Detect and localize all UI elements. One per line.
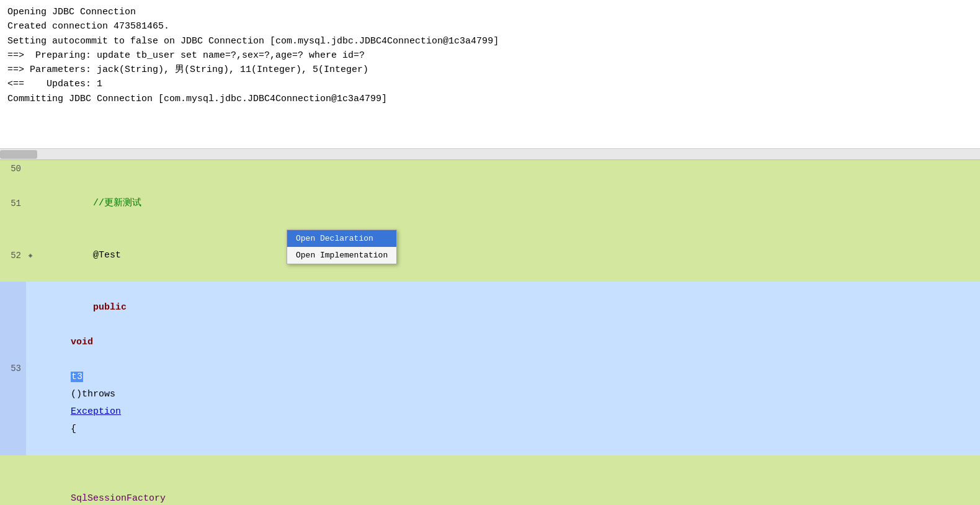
code-line-52: 52 ◈ @Test	[0, 230, 980, 282]
code-editor: 50 51 //更新测试 52 ◈ @Test 53 public void t…	[0, 160, 980, 505]
line-marker-53	[26, 282, 35, 455]
comment-51: //更新测试	[71, 198, 141, 208]
code-line-50: 50	[0, 160, 980, 177]
scrollbar-thumb[interactable]	[0, 150, 37, 159]
line-marker-52: ◈	[26, 230, 35, 282]
code-line-53: 53 public void t3 ()throws Exception {	[0, 282, 980, 455]
annotation-52: @Test	[71, 250, 121, 261]
console-output: Opening JDBC Connection Created connecti…	[0, 0, 980, 149]
line-marker-54	[26, 455, 35, 505]
selected-word-t3: t3	[71, 372, 83, 382]
horizontal-scrollbar[interactable]	[0, 149, 980, 160]
context-menu: Open Declaration Open Implementation	[287, 230, 397, 264]
line-content-50	[35, 160, 980, 177]
code-line-54: 54 SqlSessionFactory r tnSqlSessionFacto…	[0, 455, 980, 505]
line-content-54: SqlSessionFactory r tnSqlSessionFactory …	[35, 455, 980, 505]
line-number-54: 54	[0, 455, 26, 505]
menu-item-open-implementation[interactable]: Open Implementation	[287, 247, 396, 264]
line-marker-50	[26, 160, 35, 177]
console-line-2: Created connection 473581465.	[7, 19, 973, 34]
console-line-1: Opening JDBC Connection	[7, 5, 973, 19]
line-number-52: 52	[0, 230, 26, 282]
line-content-51: //更新测试	[35, 177, 980, 230]
console-line-5: ==> Parameters: jack(String), 男(String),…	[7, 63, 973, 77]
line-number-51: 51	[0, 177, 26, 230]
code-line-51: 51 //更新测试	[0, 177, 980, 230]
line-number-53: 53	[0, 282, 26, 455]
console-line-6: <== Updates: 1	[7, 77, 973, 91]
exception-link[interactable]: Exception	[71, 406, 121, 417]
line-content-52: @Test	[35, 230, 980, 282]
console-line-4: ==> Preparing: update tb_user set name=?…	[7, 48, 973, 63]
console-line-7: Committing JDBC Connection [com.mysql.jd…	[7, 92, 973, 106]
console-line-3: Setting autocommit to false on JDBC Conn…	[7, 34, 973, 48]
line-number-50: 50	[0, 160, 26, 177]
line-content-53: public void t3 ()throws Exception {	[35, 282, 980, 455]
menu-item-open-declaration[interactable]: Open Declaration	[287, 230, 396, 247]
line-marker-51	[26, 177, 35, 230]
